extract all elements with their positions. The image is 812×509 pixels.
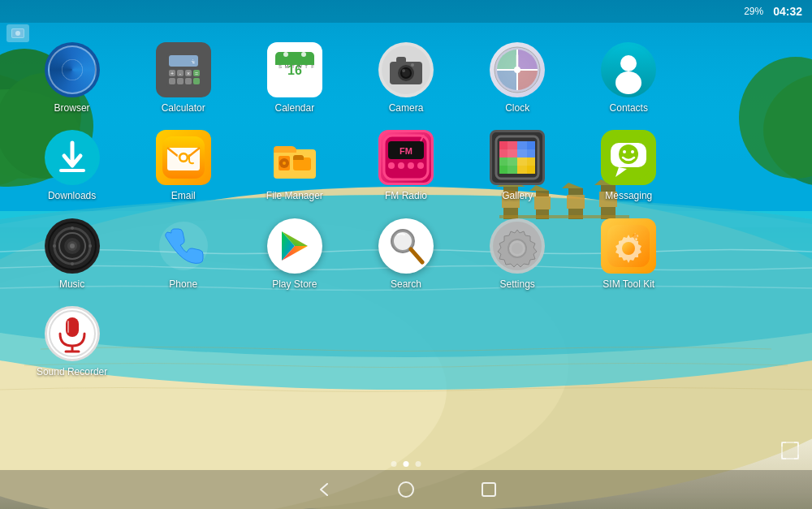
svg-point-125 <box>89 244 92 248</box>
svg-rect-147 <box>482 483 495 496</box>
svg-text:FM: FM <box>400 146 412 156</box>
app-search[interactable]: Search <box>350 214 461 295</box>
home-button[interactable] <box>397 481 415 498</box>
svg-point-146 <box>399 482 413 497</box>
svg-point-35 <box>51 49 93 91</box>
app-calculator[interactable]: - ÷ + - × = Calculator <box>127 37 239 119</box>
app-calendar[interactable]: 16 S M T W T F Calendar <box>239 37 350 119</box>
nav-bar <box>0 470 812 509</box>
page-dot-1[interactable] <box>391 461 397 467</box>
svg-point-98 <box>398 162 404 169</box>
svg-text:S: S <box>279 64 282 69</box>
svg-point-31 <box>51 49 93 91</box>
page-indicator <box>391 461 421 467</box>
page-dot-2[interactable] <box>404 461 409 467</box>
svg-point-114 <box>631 150 634 153</box>
expand-icon[interactable] <box>781 442 799 464</box>
app-soundrecorder-label: Sound Recorder <box>37 366 107 377</box>
svg-point-137 <box>622 242 635 255</box>
svg-point-100 <box>417 162 424 169</box>
app-browser[interactable]: Browser <box>16 37 127 119</box>
svg-rect-46 <box>177 78 184 84</box>
svg-point-57 <box>301 52 306 57</box>
svg-rect-47 <box>185 78 192 84</box>
app-browser-label: Browser <box>54 102 90 114</box>
app-filemanager-label: File Manager <box>266 190 323 201</box>
svg-point-123 <box>71 262 74 265</box>
app-phone[interactable]: Phone <box>127 214 239 295</box>
app-email-label: Email <box>171 190 196 201</box>
svg-text:×: × <box>187 71 190 76</box>
svg-rect-67 <box>396 57 406 63</box>
svg-point-92 <box>283 162 286 165</box>
app-grid: Browser - ÷ + - × = <box>0 23 812 470</box>
app-playstore[interactable]: Play Store <box>239 214 350 295</box>
app-phone-label: Phone <box>169 278 197 290</box>
app-camera[interactable]: Camera <box>350 37 461 119</box>
svg-rect-45 <box>169 78 175 84</box>
app-fmradio-label: FM Radio <box>385 190 427 201</box>
svg-text:F: F <box>311 64 314 69</box>
app-settings-label: Settings <box>499 278 534 290</box>
photo-thumbnail[interactable] <box>6 24 29 42</box>
svg-rect-48 <box>193 78 200 84</box>
svg-text:M: M <box>284 64 288 69</box>
svg-text:+: + <box>171 71 174 76</box>
svg-point-124 <box>53 244 56 248</box>
app-clock[interactable]: Clock <box>462 37 573 119</box>
svg-point-113 <box>623 150 626 153</box>
app-gallery-label: Gallery <box>502 190 533 201</box>
app-calculator-label: Calculator <box>162 102 205 114</box>
svg-point-72 <box>411 63 414 67</box>
app-messaging-label: Messaging <box>605 190 652 201</box>
svg-point-71 <box>402 69 405 72</box>
page-dot-3[interactable] <box>416 461 421 467</box>
svg-point-33 <box>61 49 84 91</box>
app-settings[interactable]: Settings <box>462 214 573 295</box>
back-button[interactable] <box>314 481 332 498</box>
svg-point-81 <box>620 55 637 71</box>
app-downloads-label: Downloads <box>48 190 96 201</box>
svg-point-82 <box>615 71 641 94</box>
svg-rect-109 <box>499 149 535 166</box>
app-contacts[interactable]: Contacts <box>573 37 685 119</box>
app-clock-label: Clock <box>505 102 529 114</box>
svg-rect-145 <box>782 442 798 459</box>
app-messaging[interactable]: Messaging <box>573 125 685 206</box>
app-gallery[interactable]: Gallery <box>462 125 573 206</box>
svg-point-32 <box>51 49 93 91</box>
app-fmradio[interactable]: FM FM Radio <box>350 125 461 206</box>
app-simtoolkit[interactable]: SIM Tool Kit <box>573 214 685 295</box>
status-bar: 29% 04:32 <box>0 0 812 23</box>
app-filemanager[interactable]: File Manager <box>239 125 350 206</box>
svg-point-121 <box>70 244 75 248</box>
svg-point-112 <box>619 145 638 164</box>
app-music[interactable]: Music <box>16 214 127 295</box>
svg-text:W: W <box>297 64 302 69</box>
app-downloads[interactable]: Downloads <box>16 125 127 206</box>
svg-text:T: T <box>304 64 308 69</box>
time-display: 04:32 <box>773 5 802 18</box>
app-music-label: Music <box>59 278 84 290</box>
svg-text:T: T <box>292 64 295 69</box>
svg-point-30 <box>15 31 20 36</box>
svg-point-138 <box>633 234 637 239</box>
svg-point-36 <box>58 54 71 67</box>
svg-point-122 <box>71 226 74 230</box>
app-search-label: Search <box>391 278 421 290</box>
app-playstore-label: Play Store <box>272 278 317 290</box>
svg-text:=: = <box>195 71 198 76</box>
app-camera-label: Camera <box>389 102 424 114</box>
app-simtoolkit-label: SIM Tool Kit <box>603 278 654 290</box>
app-soundrecorder[interactable]: Sound Recorder <box>16 301 127 382</box>
app-contacts-label: Contacts <box>610 102 648 114</box>
battery-text: 29% <box>744 6 763 17</box>
app-calendar-label: Calendar <box>275 102 315 114</box>
recents-button[interactable] <box>480 481 498 498</box>
svg-point-97 <box>388 162 395 169</box>
svg-point-99 <box>408 162 414 169</box>
app-email[interactable]: Email <box>127 125 239 206</box>
svg-point-56 <box>283 52 288 57</box>
svg-point-88 <box>180 155 186 161</box>
svg-text:÷: ÷ <box>191 58 195 65</box>
